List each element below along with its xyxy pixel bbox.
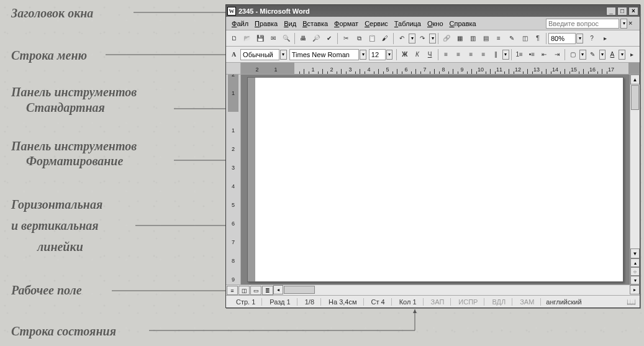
close-button[interactable]: ×: [628, 7, 638, 16]
label-rulers-1: Горизонтальная: [11, 198, 102, 212]
view-web-icon[interactable]: ◫: [238, 286, 250, 295]
search-icon[interactable]: 🔍: [280, 32, 293, 45]
menu-view[interactable]: Вид: [281, 19, 299, 29]
highlight-icon[interactable]: ✎: [587, 48, 599, 61]
columns-icon[interactable]: ≡: [492, 32, 505, 45]
titlebar[interactable]: W 2345 - Microsoft Word _ □ ×: [226, 5, 640, 17]
zoom-dropdown[interactable]: ▾: [576, 34, 583, 43]
horizontal-ruler[interactable]: 211234567891011121314151617: [241, 63, 640, 75]
scroll-up-icon[interactable]: ▲: [630, 75, 640, 84]
borders-icon[interactable]: ▢: [567, 48, 579, 61]
view-print-icon[interactable]: ▭: [250, 286, 261, 295]
label-toolbar-fmt-1: Панель инструментов: [11, 139, 137, 153]
spell-status-icon[interactable]: 📖: [627, 298, 636, 306]
underline-button[interactable]: Ч: [424, 48, 436, 61]
hyperlink-icon[interactable]: 🔗: [440, 32, 453, 45]
pilcrow-icon[interactable]: ¶: [532, 32, 544, 45]
horizontal-scrollbar[interactable]: ◂ ▸: [273, 285, 640, 295]
menu-format[interactable]: Формат: [331, 19, 361, 29]
ask-dropdown[interactable]: ▾: [620, 19, 627, 29]
font-dropdown[interactable]: ▾: [360, 50, 366, 60]
spellcheck-icon[interactable]: ✔: [323, 32, 335, 45]
bulleted-list-icon[interactable]: •≡: [526, 48, 538, 61]
scroll-down-icon[interactable]: ▼: [630, 248, 640, 258]
cut-icon[interactable]: ✂: [340, 32, 352, 45]
undo-dropdown[interactable]: ▾: [409, 34, 415, 43]
excel-icon[interactable]: ▤: [479, 32, 492, 45]
undo-icon[interactable]: ↶: [396, 32, 408, 45]
format-painter-icon[interactable]: 🖌: [379, 32, 391, 45]
new-icon[interactable]: 🗋: [228, 32, 240, 45]
paste-icon[interactable]: 📋: [366, 32, 378, 45]
label-statusbar: Строка состояния: [11, 324, 116, 339]
outdent-icon[interactable]: ⇤: [538, 48, 550, 61]
status-ext[interactable]: ВДЛ: [486, 298, 512, 306]
style-combo[interactable]: Обычный: [240, 49, 279, 60]
help-icon[interactable]: ?: [586, 32, 598, 45]
indent-icon[interactable]: ⇥: [551, 48, 563, 61]
line-spacing-icon[interactable]: ‖: [490, 48, 502, 61]
scroll-right-icon[interactable]: ▸: [630, 285, 640, 294]
page[interactable]: [247, 77, 624, 282]
copy-icon[interactable]: ⧉: [353, 32, 365, 45]
status-language[interactable]: английский: [546, 298, 581, 306]
fontsize-dropdown[interactable]: ▾: [386, 50, 393, 60]
insert-table-icon[interactable]: ▥: [466, 32, 479, 45]
browse-object-icon[interactable]: ○: [630, 267, 640, 276]
ask-question-input[interactable]: [546, 19, 619, 29]
print-icon[interactable]: 🖶: [297, 32, 309, 45]
status-trk[interactable]: ИСПР: [452, 298, 484, 306]
font-combo[interactable]: Times New Roman: [289, 49, 360, 60]
preview-icon[interactable]: 🔎: [310, 32, 322, 45]
bottom-scroll-row: ≡ ◫ ▭ ≣ ◂ ▸: [226, 285, 640, 295]
open-icon[interactable]: 📂: [241, 32, 253, 45]
document-area[interactable]: ▲ ▼ ▴ ○ ▾: [241, 75, 640, 285]
prev-page-icon[interactable]: ▴: [630, 258, 640, 267]
menu-insert[interactable]: Вставка: [299, 19, 331, 29]
align-justify-icon[interactable]: ≡: [478, 48, 489, 61]
italic-button[interactable]: К: [411, 48, 423, 61]
menu-file[interactable]: Файл: [229, 19, 252, 29]
highlight-dropdown[interactable]: ▾: [599, 50, 606, 60]
numbered-list-icon[interactable]: 1≡: [514, 48, 525, 61]
redo-icon[interactable]: ↷: [416, 32, 429, 45]
toolbar-fmt-more-icon[interactable]: ▸: [626, 48, 638, 61]
menu-service[interactable]: Сервис: [361, 19, 391, 29]
menu-help[interactable]: Справка: [447, 19, 479, 29]
align-left-icon[interactable]: ≡: [440, 48, 452, 61]
tables-borders-icon[interactable]: ▦: [453, 32, 466, 45]
menu-table[interactable]: Таблица: [391, 19, 424, 29]
scroll-left-icon[interactable]: ◂: [273, 285, 283, 294]
bold-button[interactable]: Ж: [399, 48, 410, 61]
font-color-dropdown[interactable]: ▾: [619, 50, 625, 60]
hscroll-thumb[interactable]: [284, 286, 315, 294]
align-right-icon[interactable]: ≡: [465, 48, 477, 61]
save-icon[interactable]: 💾: [254, 32, 266, 45]
minimize-button[interactable]: _: [606, 7, 616, 16]
vertical-ruler[interactable]: 2112345678910: [226, 75, 241, 285]
style-dropdown[interactable]: ▾: [280, 50, 287, 60]
menu-edit[interactable]: Правка: [252, 19, 281, 29]
menu-window[interactable]: Окно: [424, 19, 447, 29]
maximize-button[interactable]: □: [617, 7, 627, 16]
menu-close-icon[interactable]: ×: [628, 19, 637, 28]
view-normal-icon[interactable]: ≡: [227, 286, 238, 295]
fontsize-combo[interactable]: 12: [369, 49, 386, 60]
next-page-icon[interactable]: ▾: [630, 276, 640, 285]
toolbar-more-icon[interactable]: ▸: [599, 32, 611, 45]
align-center-icon[interactable]: ≡: [453, 48, 465, 61]
redo-dropdown[interactable]: ▾: [429, 34, 436, 43]
status-rec[interactable]: ЗАП: [425, 298, 451, 306]
line-spacing-dropdown[interactable]: ▾: [502, 50, 509, 60]
font-color-icon[interactable]: A: [606, 48, 618, 61]
zoom-combo[interactable]: 80%: [548, 33, 576, 44]
mail-icon[interactable]: ✉: [267, 32, 279, 45]
styles-icon[interactable]: A: [228, 48, 240, 61]
borders-dropdown[interactable]: ▾: [579, 50, 586, 60]
status-ovr[interactable]: ЗАМ: [514, 298, 541, 306]
vertical-scrollbar[interactable]: ▲ ▼ ▴ ○ ▾: [630, 75, 640, 285]
drawing-icon[interactable]: ✎: [506, 32, 518, 45]
scroll-thumb[interactable]: [631, 85, 639, 110]
view-outline-icon[interactable]: ≣: [262, 286, 273, 295]
docmap-icon[interactable]: ◫: [519, 32, 531, 45]
